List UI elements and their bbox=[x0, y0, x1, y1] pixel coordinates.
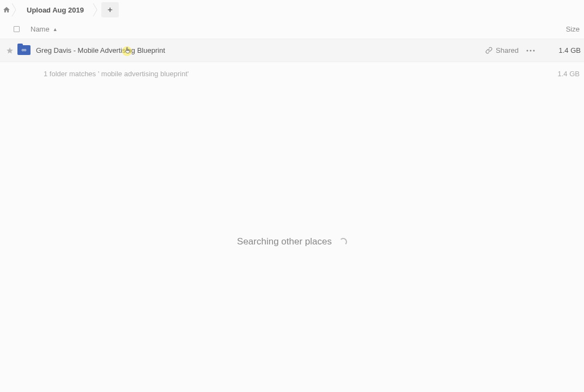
more-button[interactable] bbox=[526, 50, 535, 52]
add-button[interactable] bbox=[101, 2, 119, 17]
shared-badge[interactable]: Shared bbox=[485, 46, 519, 54]
column-size[interactable]: Size bbox=[548, 25, 581, 33]
plus-icon bbox=[106, 6, 114, 14]
breadcrumb-separator bbox=[11, 2, 17, 17]
table-row[interactable]: Greg Davis - Mobile Advertising Blueprin… bbox=[0, 39, 584, 62]
select-all-checkbox[interactable] bbox=[3, 26, 29, 32]
file-size: 1.4 GB bbox=[555, 46, 581, 54]
folder-icon bbox=[17, 45, 32, 56]
star-icon[interactable] bbox=[3, 47, 16, 54]
searching-label: Searching other places bbox=[237, 236, 332, 247]
spinner-icon bbox=[339, 238, 347, 246]
home-icon[interactable] bbox=[2, 2, 11, 17]
breadcrumb-separator bbox=[93, 2, 98, 17]
more-icon bbox=[526, 50, 535, 52]
table-header: Name ▲ Size bbox=[0, 20, 584, 39]
column-name-label: Name bbox=[31, 25, 50, 33]
breadcrumb-bar: Upload Aug 2019 bbox=[0, 0, 584, 17]
svg-point-2 bbox=[533, 50, 535, 51]
breadcrumb-current[interactable]: Upload Aug 2019 bbox=[17, 2, 93, 17]
summary-size: 1.4 GB bbox=[558, 70, 580, 78]
shared-label: Shared bbox=[496, 46, 519, 54]
summary-row: 1 folder matches ' mobile advertising bl… bbox=[0, 62, 584, 78]
link-icon bbox=[485, 47, 492, 54]
searching-status: Searching other places bbox=[0, 236, 584, 247]
column-name[interactable]: Name ▲ bbox=[29, 25, 548, 33]
summary-text: 1 folder matches ' mobile advertising bl… bbox=[44, 70, 189, 78]
svg-point-0 bbox=[527, 50, 528, 51]
link-badge-icon bbox=[19, 47, 29, 53]
svg-point-1 bbox=[530, 50, 532, 51]
file-name[interactable]: Greg Davis - Mobile Advertising Blueprin… bbox=[36, 46, 485, 54]
sort-arrow-up-icon: ▲ bbox=[53, 27, 58, 32]
